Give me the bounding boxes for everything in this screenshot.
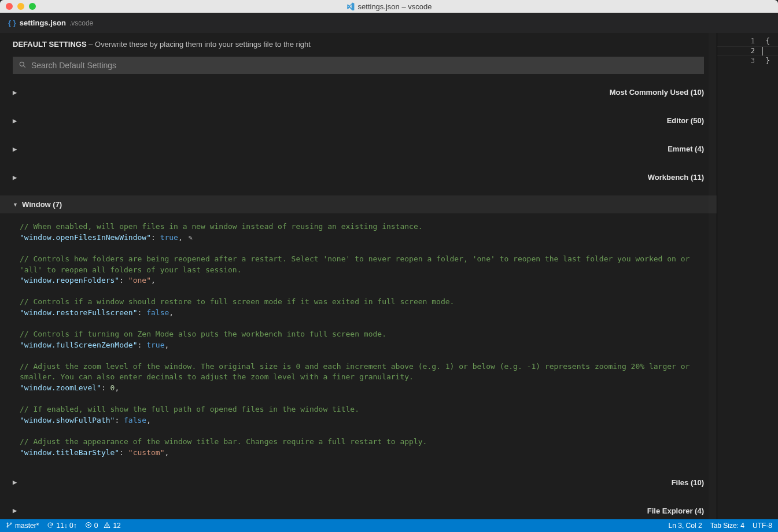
chevron-right-icon <box>13 479 668 485</box>
setting-value: "one" <box>128 276 151 285</box>
setting-comment: // Adjust the zoom level of the window. … <box>20 361 704 383</box>
setting-entry[interactable]: // Controls how folders are being reopen… <box>20 254 704 287</box>
svg-point-3 <box>7 526 8 527</box>
editor-tab[interactable]: { } settings.json .vscode <box>0 13 778 33</box>
line-number: 1 <box>751 36 755 46</box>
section-file-explorer[interactable]: File Explorer (4) <box>0 501 717 520</box>
section-emmet[interactable]: Emmet (4) <box>0 139 717 159</box>
user-settings-editor[interactable]: 1 2 3 { } <box>717 33 778 519</box>
sync-icon <box>47 522 54 530</box>
warning-icon <box>104 522 110 530</box>
setting-comment: // Controls if a window should restore t… <box>20 297 704 308</box>
section-most-commonly-used[interactable]: Most Commonly Used (10) <box>0 82 717 102</box>
section-editor[interactable]: Editor (50) <box>0 110 717 131</box>
setting-line: "window.openFilesInNewWindow": true,✎ <box>20 232 704 243</box>
line-number: 3 <box>751 56 755 66</box>
tab-filename: settings.json <box>20 19 66 27</box>
svg-point-0 <box>20 62 24 66</box>
setting-value: "custom" <box>128 448 165 457</box>
setting-entry[interactable]: // If enabled, will show the full path o… <box>20 404 704 426</box>
window-title: settings.json – vscode <box>358 2 432 11</box>
svg-point-9 <box>107 526 108 527</box>
error-icon <box>85 522 92 530</box>
setting-entry[interactable]: // Controls if a window should restore t… <box>20 297 704 319</box>
chevron-right-icon <box>13 508 644 513</box>
status-tab-size[interactable]: Tab Size: 4 <box>710 522 744 530</box>
setting-line: "window.fullScreenZenMode": true, <box>20 340 704 351</box>
setting-comment: // When enabled, will open files in a ne… <box>20 221 704 232</box>
setting-comment: // Controls if turning on Zen Mode also … <box>20 329 704 340</box>
setting-line: "window.zoomLevel": 0, <box>20 383 704 394</box>
chevron-right-icon <box>13 118 663 124</box>
setting-value: false <box>146 308 169 317</box>
setting-key: "window.reopenFolders" <box>20 276 119 285</box>
setting-line: "window.titleBarStyle": "custom", <box>20 448 704 459</box>
text-cursor <box>762 47 763 56</box>
settings-outline[interactable]: Most Commonly Used (10) Editor (50) Emme… <box>0 82 717 519</box>
vscode-icon <box>346 2 355 10</box>
setting-line: "window.restoreFullscreen": false, <box>20 308 704 319</box>
line-number: 2 <box>751 46 755 56</box>
default-settings-header: DEFAULT SETTINGS – Overwrite these by pl… <box>0 33 717 53</box>
setting-entry[interactable]: // Adjust the appearance of the window t… <box>20 437 704 459</box>
setting-comment: // Controls how folders are being reopen… <box>20 254 704 276</box>
edit-pencil-icon[interactable]: ✎ <box>189 234 193 242</box>
setting-line: "window.reopenFolders": "one", <box>20 275 704 286</box>
git-branch-icon <box>6 522 13 530</box>
chevron-down-icon <box>13 202 19 208</box>
json-icon: { } <box>8 19 16 27</box>
scrollbar[interactable] <box>709 33 717 519</box>
setting-key: "window.titleBarStyle" <box>20 448 119 457</box>
setting-comment: // Adjust the appearance of the window t… <box>20 437 704 448</box>
section-workbench[interactable]: Workbench (11) <box>0 167 717 187</box>
close-window-icon[interactable] <box>6 3 13 10</box>
chevron-right-icon <box>13 175 644 180</box>
section-window-body: // When enabled, will open files in a ne… <box>0 213 717 472</box>
setting-entry[interactable]: // Adjust the zoom level of the window. … <box>20 361 704 394</box>
section-files[interactable]: Files (10) <box>0 472 717 493</box>
setting-key: "window.restoreFullscreen" <box>20 308 138 317</box>
setting-key: "window.fullScreenZenMode" <box>20 341 138 349</box>
svg-line-1 <box>23 65 25 67</box>
setting-comment: // If enabled, will show the full path o… <box>20 404 704 415</box>
status-bar: master* 11↓ 0↑ 0 12 Ln 3, Col 2 Tab Size… <box>0 519 778 532</box>
status-sync[interactable]: 11↓ 0↑ <box>47 522 76 530</box>
setting-value: false <box>124 416 146 424</box>
chevron-right-icon <box>13 90 606 95</box>
setting-entry[interactable]: // Controls if turning on Zen Mode also … <box>20 329 704 351</box>
tab-folder: .vscode <box>69 19 93 27</box>
status-encoding[interactable]: UTF-8 <box>753 522 772 530</box>
editor-content[interactable]: { } <box>766 36 770 66</box>
line-number-gutter: 1 2 3 <box>751 36 755 66</box>
setting-key: "window.zoomLevel" <box>20 383 101 392</box>
window-titlebar: settings.json – vscode <box>0 0 778 13</box>
setting-key: "window.showFullPath" <box>20 416 115 424</box>
setting-key: "window.openFilesInNewWindow" <box>20 233 151 242</box>
setting-line: "window.showFullPath": false, <box>20 415 704 426</box>
setting-value: true <box>160 233 178 242</box>
status-problems[interactable]: 0 12 <box>85 522 121 530</box>
fullscreen-window-icon[interactable] <box>29 3 36 10</box>
setting-value: true <box>146 341 164 349</box>
search-icon <box>19 61 27 71</box>
chevron-right-icon <box>13 146 664 152</box>
search-settings-field[interactable] <box>31 61 698 70</box>
svg-point-4 <box>10 523 12 524</box>
setting-entry[interactable]: // When enabled, will open files in a ne… <box>20 221 704 243</box>
minimize-window-icon[interactable] <box>17 3 24 10</box>
section-window[interactable]: Window (7) <box>0 195 717 213</box>
status-cursor-position[interactable]: Ln 3, Col 2 <box>669 522 702 530</box>
search-settings-input[interactable] <box>13 57 704 74</box>
status-git-branch[interactable]: master* <box>6 522 39 530</box>
mac-traffic-lights[interactable] <box>0 3 36 10</box>
svg-point-2 <box>7 523 8 524</box>
